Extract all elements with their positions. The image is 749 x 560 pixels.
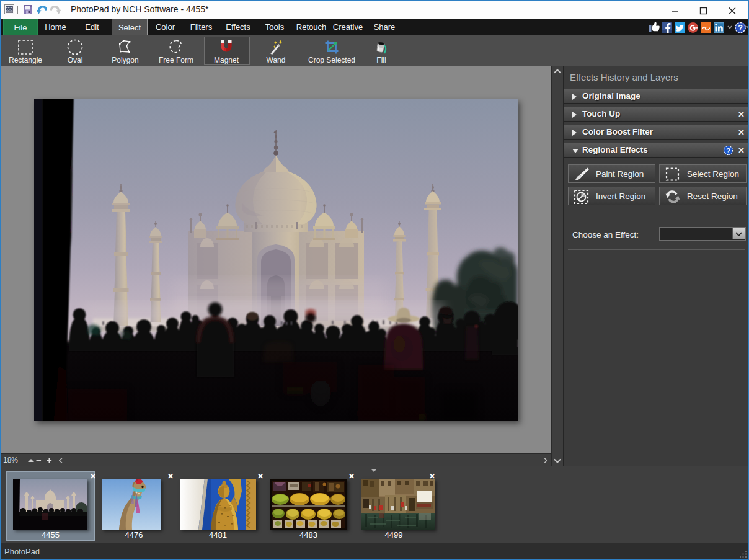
svg-text:?: ? [738,24,743,32]
svg-text:?: ? [726,147,730,154]
